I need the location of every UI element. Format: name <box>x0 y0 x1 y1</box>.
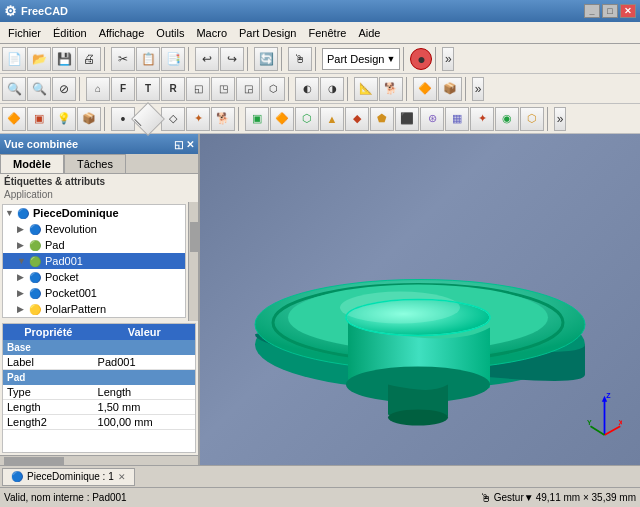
tree-view: ▼ 🔵 PieceDominique ▶ 🔵 Revolution ▶ 🟢 <box>2 204 186 318</box>
tab-taches[interactable]: Tâches <box>64 154 126 173</box>
panel-close-button[interactable]: ✕ <box>186 139 194 150</box>
pd-btn4[interactable]: 📦 <box>77 107 101 131</box>
front-view-button[interactable]: F <box>111 77 135 101</box>
pd-btn2[interactable]: ▣ <box>27 107 51 131</box>
tree-scrollbar[interactable] <box>188 202 198 321</box>
draw-style-button[interactable]: ⊘ <box>52 77 76 101</box>
bottom-view-button[interactable]: ◳ <box>211 77 235 101</box>
tree-arrow: ▶ <box>17 288 27 298</box>
right-view-button[interactable]: R <box>161 77 185 101</box>
menu-affichage[interactable]: Affichage <box>93 25 151 41</box>
prop-val-length2[interactable]: 100,00 mm <box>94 415 195 430</box>
home-view-button[interactable]: ⌂ <box>86 77 110 101</box>
view-more-button[interactable]: » <box>472 77 484 101</box>
panel-float-button[interactable]: ◱ <box>174 139 183 150</box>
pd-polar-button[interactable]: ◉ <box>495 107 519 131</box>
menu-aide[interactable]: Aide <box>352 25 386 41</box>
bbox-button[interactable]: ◑ <box>320 77 344 101</box>
redo-button[interactable]: ↪ <box>220 47 244 71</box>
print-button[interactable]: 🖨 <box>77 47 101 71</box>
pd-draft-button[interactable]: ⬛ <box>395 107 419 131</box>
undo-button[interactable]: ↩ <box>195 47 219 71</box>
pd-line[interactable]: | <box>131 102 165 136</box>
paste-button[interactable]: 📑 <box>161 47 185 71</box>
v-sep2 <box>288 77 292 101</box>
menu-partdesign[interactable]: Part Design <box>233 25 302 41</box>
viewport[interactable]: Z X Y <box>200 134 640 465</box>
tree-item-piecedominique[interactable]: ▼ 🔵 PieceDominique <box>3 205 185 221</box>
pd-star[interactable]: ✦ <box>186 107 210 131</box>
pd-pocket-button[interactable]: 🔶 <box>270 107 294 131</box>
view-tab-piecedominique[interactable]: 🔵 PieceDominique : 1 ✕ <box>2 468 135 486</box>
pd-groove-button[interactable]: ▲ <box>320 107 344 131</box>
minimize-button[interactable]: _ <box>584 4 600 18</box>
axes-indicator: Z X Y <box>587 390 622 450</box>
pd-more-button[interactable]: » <box>554 107 566 131</box>
separator-6 <box>403 47 407 71</box>
pd-multitransform-button[interactable]: ⬡ <box>520 107 544 131</box>
tree-icon-pad001: 🟢 <box>27 254 43 268</box>
tree-item-pad[interactable]: ▶ 🟢 Pad <box>3 237 185 253</box>
part-button2[interactable]: 📦 <box>438 77 462 101</box>
pd-mirrored-button[interactable]: ▦ <box>445 107 469 131</box>
tree-arrow: ▼ <box>17 256 27 266</box>
tab-close-button[interactable]: ✕ <box>118 472 126 482</box>
part-button1[interactable]: 🔶 <box>413 77 437 101</box>
menu-macro[interactable]: Macro <box>190 25 233 41</box>
pd-linear-button[interactable]: ✦ <box>470 107 494 131</box>
copy-button[interactable]: 📋 <box>136 47 160 71</box>
stereo-button[interactable]: ◐ <box>295 77 319 101</box>
save-button[interactable]: 💾 <box>52 47 76 71</box>
dropdown-arrow-icon: ▼ <box>386 54 395 64</box>
close-button[interactable]: ✕ <box>620 4 636 18</box>
pd-dog[interactable]: 🐕 <box>211 107 235 131</box>
tree-item-polarpattern[interactable]: ▶ 🟡 PolarPattern <box>3 301 185 317</box>
prop-val-label[interactable]: Pad001 <box>94 355 195 370</box>
tree-icon-revolution: 🔵 <box>27 222 43 236</box>
gesture-label[interactable]: Gestur▼ <box>494 492 534 503</box>
tree-item-pocket[interactable]: ▶ 🔵 Pocket <box>3 269 185 285</box>
texture-button[interactable]: 🐕 <box>379 77 403 101</box>
pd-sep2 <box>238 107 242 131</box>
top-view-button[interactable]: T <box>136 77 160 101</box>
menu-edition[interactable]: Édition <box>47 25 93 41</box>
new-file-button[interactable]: 📄 <box>2 47 26 71</box>
macro-record-button[interactable]: ● <box>410 48 432 70</box>
tree-item-pocket001[interactable]: ▶ 🔵 Pocket001 <box>3 285 185 301</box>
prop-scrollbar-h[interactable] <box>0 455 198 465</box>
pd-chamfer-button[interactable]: ⬟ <box>370 107 394 131</box>
menu-fichier[interactable]: Fichier <box>2 25 47 41</box>
iso-view-button[interactable]: ⬡ <box>261 77 285 101</box>
prop-val-length[interactable]: 1,50 mm <box>94 400 195 415</box>
rear-view-button[interactable]: ◱ <box>186 77 210 101</box>
cut-button[interactable]: ✂ <box>111 47 135 71</box>
left-view-button[interactable]: ◲ <box>236 77 260 101</box>
pd-rev-button[interactable]: ⬡ <box>295 107 319 131</box>
maximize-button[interactable]: □ <box>602 4 618 18</box>
pd-btn3[interactable]: 💡 <box>52 107 76 131</box>
measure-button[interactable]: 📐 <box>354 77 378 101</box>
cursor-button[interactable]: 🖱 <box>288 47 312 71</box>
fit-selection-button[interactable]: 🔍 <box>27 77 51 101</box>
menu-fenetre[interactable]: Fenêtre <box>303 25 353 41</box>
tree-item-revolution[interactable]: ▶ 🔵 Revolution <box>3 221 185 237</box>
pd-fillet-button[interactable]: ◆ <box>345 107 369 131</box>
pd-pad-button[interactable]: ▣ <box>245 107 269 131</box>
svg-line-12 <box>605 426 621 435</box>
prop-val-type[interactable]: Length <box>94 385 195 400</box>
tree-arrow: ▶ <box>17 240 27 250</box>
main-area: Vue combinée ◱ ✕ Modèle Tâches Étiquette… <box>0 134 640 465</box>
titlebar-controls[interactable]: _ □ ✕ <box>584 4 636 18</box>
tab-modele[interactable]: Modèle <box>0 154 64 173</box>
tree-arrow: ▶ <box>17 304 27 314</box>
pd-thickness-button[interactable]: ⊛ <box>420 107 444 131</box>
more-button[interactable]: » <box>442 47 454 71</box>
panel-section-label: Étiquettes & attributs <box>0 174 198 189</box>
fit-all-button[interactable]: 🔍 <box>2 77 26 101</box>
pd-btn1[interactable]: 🔶 <box>2 107 26 131</box>
tree-item-pad001[interactable]: ▼ 🟢 Pad001 <box>3 253 185 269</box>
open-file-button[interactable]: 📂 <box>27 47 51 71</box>
menu-outils[interactable]: Outils <box>150 25 190 41</box>
workbench-dropdown[interactable]: Part Design ▼ <box>322 48 400 70</box>
refresh-button[interactable]: 🔄 <box>254 47 278 71</box>
